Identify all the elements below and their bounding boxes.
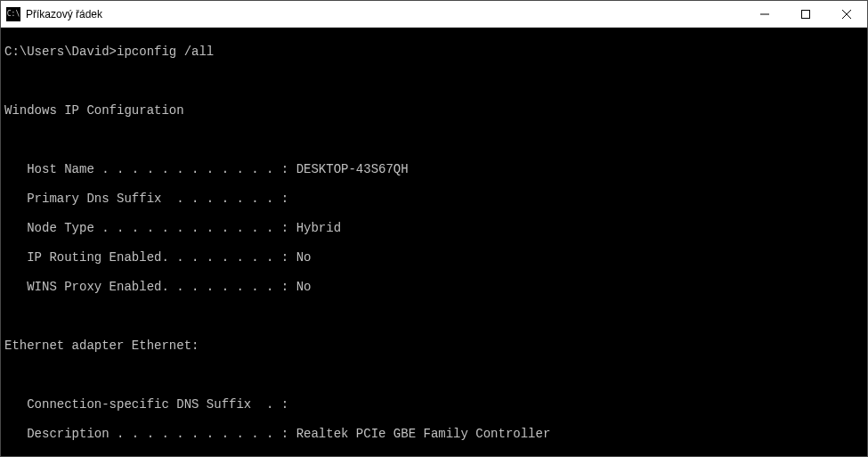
wins-proxy-value: No [296, 280, 312, 294]
host-name-row: Host Name . . . . . . . . . . . . : DESK… [4, 162, 864, 177]
close-icon [842, 10, 851, 19]
phys-addr-label: Physical Address. . . . . . . . . : [4, 456, 296, 457]
command-text: ipconfig /all [117, 45, 214, 59]
terminal-output[interactable]: C:\Users\David>ipconfig /all Windows IP … [1, 28, 867, 456]
blank-line [4, 133, 864, 148]
node-type-row: Node Type . . . . . . . . . . . . : Hybr… [4, 221, 864, 236]
ip-routing-value: No [296, 250, 312, 265]
close-button[interactable] [826, 1, 867, 27]
svg-rect-1 [802, 10, 810, 18]
wins-proxy-row: WINS Proxy Enabled. . . . . . . . : No [4, 280, 864, 295]
description-value: Realtek PCIe GBE Family Controller [296, 427, 551, 441]
ip-routing-label: IP Routing Enabled. . . . . . . . : [4, 250, 296, 265]
phys-addr-row: Physical Address. . . . . . . . . : 1C-6… [4, 456, 864, 457]
phys-addr-value: 1C-6F-65-48-8F-B1 [296, 456, 424, 457]
prompt-line: C:\Users\David>ipconfig /all [4, 45, 864, 60]
window-title: Příkazový řádek [26, 8, 744, 20]
description-row: Description . . . . . . . . . . . : Real… [4, 427, 864, 442]
titlebar[interactable]: C:\ Příkazový řádek [1, 1, 867, 28]
window-controls [744, 1, 867, 27]
description-label: Description . . . . . . . . . . . : [4, 427, 296, 441]
node-type-value: Hybrid [296, 221, 341, 235]
host-name-label: Host Name . . . . . . . . . . . . : [4, 162, 296, 176]
primary-dns-row: Primary Dns Suffix . . . . . . . : [4, 192, 864, 207]
wins-proxy-label: WINS Proxy Enabled. . . . . . . . : [4, 280, 296, 294]
section-header: Windows IP Configuration [4, 103, 864, 118]
node-type-label: Node Type . . . . . . . . . . . . : [4, 221, 296, 235]
conn-dns-row: Connection-specific DNS Suffix . : [4, 397, 864, 412]
minimize-icon [760, 10, 769, 19]
adapter1-header: Ethernet adapter Ethernet: [4, 339, 864, 354]
command-prompt-window: C:\ Příkazový řádek C:\Users\David>ipcon… [0, 0, 868, 457]
blank-line [4, 74, 864, 89]
cmd-icon: C:\ [6, 7, 20, 21]
minimize-button[interactable] [744, 1, 785, 27]
prompt: C:\Users\David> [4, 45, 117, 59]
maximize-icon [801, 10, 810, 19]
blank-line [4, 309, 864, 324]
maximize-button[interactable] [785, 1, 826, 27]
host-name-value: DESKTOP-43S67QH [296, 162, 409, 176]
ip-routing-row: IP Routing Enabled. . . . . . . . : No [4, 250, 864, 265]
blank-line [4, 368, 864, 383]
